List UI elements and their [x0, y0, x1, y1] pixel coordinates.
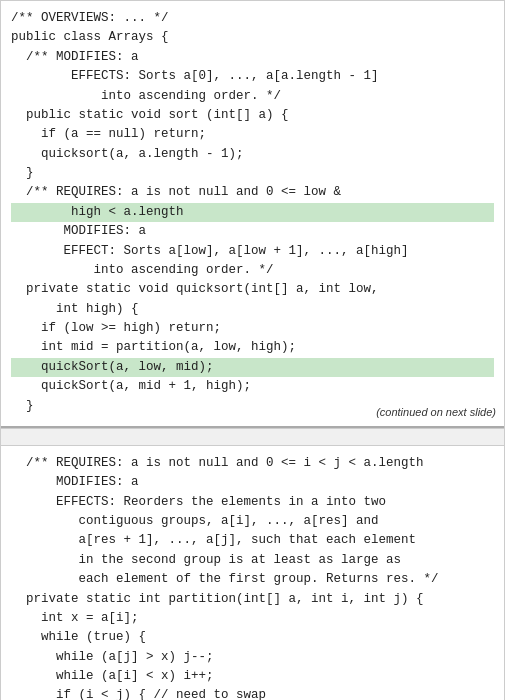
code-line: /** MODIFIES: a — [11, 48, 494, 67]
code-line: while (a[j] > x) j--; — [11, 648, 494, 667]
top-code-section: /** OVERVIEWS: ... */public class Arrays… — [1, 1, 504, 428]
continued-label: (continued on next slide) — [376, 406, 496, 418]
code-line: in the second group is at least as large… — [11, 551, 494, 570]
code-line: quickSort(a, mid + 1, high); — [11, 377, 494, 396]
code-line: each element of the first group. Returns… — [11, 570, 494, 589]
code-line: contiguous groups, a[i], ..., a[res] and — [11, 512, 494, 531]
code-line: a[res + 1], ..., a[j], such that each el… — [11, 531, 494, 550]
code-line: public static void sort (int[] a) { — [11, 106, 494, 125]
code-line: int high) { — [11, 300, 494, 319]
code-line: /** OVERVIEWS: ... */ — [11, 9, 494, 28]
code-line: MODIFIES: a — [11, 473, 494, 492]
slide-gap — [1, 428, 504, 446]
code-line: if (i < j) { // need to swap — [11, 686, 494, 700]
code-line: public class Arrays { — [11, 28, 494, 47]
code-line: if (a == null) return; — [11, 125, 494, 144]
code-line: into ascending order. */ — [11, 261, 494, 280]
code-line: high < a.length — [11, 203, 494, 222]
code-line: /** REQUIRES: a is not null and 0 <= low… — [11, 183, 494, 202]
code-line: quicksort(a, a.length - 1); — [11, 145, 494, 164]
code-panel: /** OVERVIEWS: ... */public class Arrays… — [0, 0, 505, 700]
code-line: if (low >= high) return; — [11, 319, 494, 338]
code-line: int x = a[i]; — [11, 609, 494, 628]
code-line: } — [11, 164, 494, 183]
code-line: int mid = partition(a, low, high); — [11, 338, 494, 357]
code-line: while (true) { — [11, 628, 494, 647]
bottom-code-section: /** REQUIRES: a is not null and 0 <= i <… — [1, 446, 504, 700]
code-line: into ascending order. */ — [11, 87, 494, 106]
code-line: while (a[i] < x) i++; — [11, 667, 494, 686]
code-line: private static int partition(int[] a, in… — [11, 590, 494, 609]
code-line: EFFECTS: Reorders the elements in a into… — [11, 493, 494, 512]
code-line: /** REQUIRES: a is not null and 0 <= i <… — [11, 454, 494, 473]
code-line: MODIFIES: a — [11, 222, 494, 241]
code-line: EFFECTS: Sorts a[0], ..., a[a.length - 1… — [11, 67, 494, 86]
code-line: EFFECT: Sorts a[low], a[low + 1], ..., a… — [11, 242, 494, 261]
code-line: private static void quicksort(int[] a, i… — [11, 280, 494, 299]
code-line: quickSort(a, low, mid); — [11, 358, 494, 377]
